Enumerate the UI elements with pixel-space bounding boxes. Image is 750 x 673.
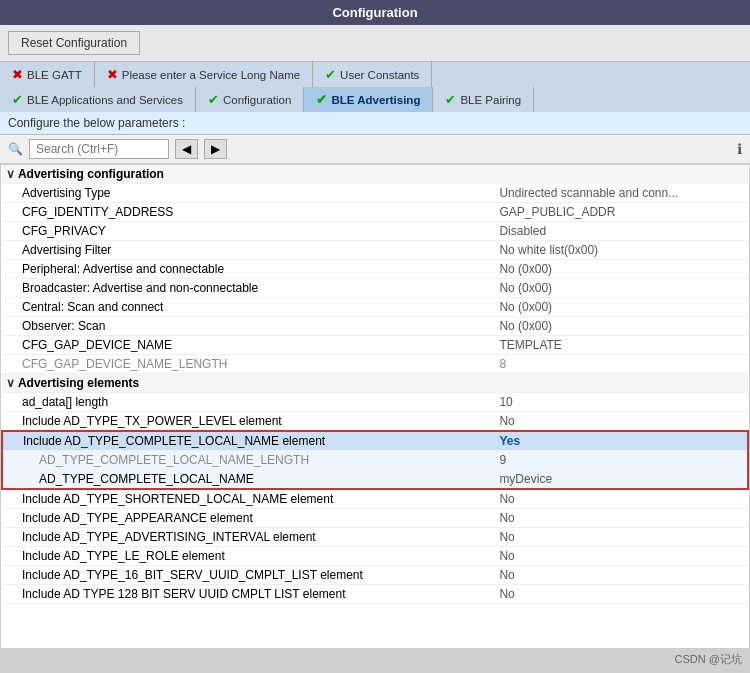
configure-label: Configure the below parameters :	[8, 116, 185, 130]
tab-ble-pairing[interactable]: ✔BLE Pairing	[433, 87, 534, 112]
param-value: No	[495, 412, 748, 432]
param-value: No (0x00)	[495, 260, 748, 279]
param-name: Advertising Filter	[2, 241, 495, 260]
param-name: Include AD_TYPE_16_BIT_SERV_UUID_CMPLT_L…	[2, 566, 495, 585]
table-row[interactable]: Include AD_TYPE_TX_POWER_LEVEL elementNo	[2, 412, 748, 432]
param-name: Advertising Type	[2, 184, 495, 203]
ble-apps-icon: ✔	[12, 92, 23, 107]
param-name: Include AD_TYPE_LE_ROLE element	[2, 547, 495, 566]
table-row[interactable]: Include AD_TYPE_16_BIT_SERV_UUID_CMPLT_L…	[2, 566, 748, 585]
param-value: myDevice	[495, 470, 748, 490]
title-bar: Configuration	[0, 0, 750, 25]
prev-button[interactable]: ◀	[175, 139, 198, 159]
ble-advertising-icon: ✔	[316, 92, 327, 107]
watermark-label: CSDN @记坑	[675, 653, 742, 665]
param-name: CFG_PRIVACY	[2, 222, 495, 241]
table-row[interactable]: AD_TYPE_COMPLETE_LOCAL_NAMEmyDevice	[2, 470, 748, 490]
param-value: TEMPLATE	[495, 336, 748, 355]
table-row[interactable]: Observer: ScanNo (0x00)	[2, 317, 748, 336]
table-row[interactable]: Central: Scan and connectNo (0x00)	[2, 298, 748, 317]
param-value: No	[495, 566, 748, 585]
toggle-icon: ∨	[6, 167, 18, 181]
param-value: No (0x00)	[495, 317, 748, 336]
reset-config-button[interactable]: Reset Configuration	[8, 31, 140, 55]
table-row[interactable]: Include AD_TYPE_ADVERTISING_INTERVAL ele…	[2, 528, 748, 547]
param-name: Include AD_TYPE_COMPLETE_LOCAL_NAME elem…	[2, 431, 495, 451]
service-name-label: Please enter a Service Long Name	[122, 69, 300, 81]
table-row[interactable]: Broadcaster: Advertise and non-connectab…	[2, 279, 748, 298]
table-row[interactable]: AD_TYPE_COMPLETE_LOCAL_NAME_LENGTH9	[2, 451, 748, 470]
param-value: No (0x00)	[495, 279, 748, 298]
next-button[interactable]: ▶	[204, 139, 227, 159]
tab-configuration[interactable]: ✔Configuration	[196, 87, 304, 112]
param-value: No	[495, 585, 748, 604]
tab-ble-gatt[interactable]: ✖BLE GATT	[0, 62, 95, 87]
param-name: Peripheral: Advertise and connectable	[2, 260, 495, 279]
watermark: CSDN @记坑	[675, 652, 742, 667]
ble-pairing-icon: ✔	[445, 92, 456, 107]
table-row[interactable]: CFG_PRIVACYDisabled	[2, 222, 748, 241]
param-value: GAP_PUBLIC_ADDR	[495, 203, 748, 222]
param-value: Disabled	[495, 222, 748, 241]
configuration-label: Configuration	[223, 94, 291, 106]
param-name: Central: Scan and connect	[2, 298, 495, 317]
table-row[interactable]: Include AD_TYPE_LE_ROLE elementNo	[2, 547, 748, 566]
tabs-row2: ✔BLE Applications and Services✔Configura…	[0, 87, 750, 112]
param-value: Yes	[495, 431, 748, 451]
toolbar: Reset Configuration	[0, 25, 750, 62]
param-name: AD_TYPE_COMPLETE_LOCAL_NAME_LENGTH	[2, 451, 495, 470]
param-name: Broadcaster: Advertise and non-connectab…	[2, 279, 495, 298]
service-name-icon: ✖	[107, 67, 118, 82]
param-value: Undirected scannable and conn...	[495, 184, 748, 203]
param-name: ad_data[] length	[2, 393, 495, 412]
table-row[interactable]: Include AD_TYPE_APPEARANCE elementNo	[2, 509, 748, 528]
param-name: Include AD_TYPE_SHORTENED_LOCAL_NAME ele…	[2, 489, 495, 509]
table-row[interactable]: CFG_GAP_DEVICE_NAMETEMPLATE	[2, 336, 748, 355]
configure-bar: Configure the below parameters :	[0, 112, 750, 135]
ble-advertising-label: BLE Advertising	[331, 94, 420, 106]
tab-service-name[interactable]: ✖Please enter a Service Long Name	[95, 62, 313, 87]
search-icon: 🔍	[8, 142, 23, 156]
content-area: ∨ Advertising configurationAdvertising T…	[0, 164, 750, 649]
table-row[interactable]: Advertising TypeUndirected scannable and…	[2, 184, 748, 203]
table-row[interactable]: Include AD_TYPE_COMPLETE_LOCAL_NAME elem…	[2, 431, 748, 451]
table-row[interactable]: CFG_IDENTITY_ADDRESSGAP_PUBLIC_ADDR	[2, 203, 748, 222]
user-constants-label: User Constants	[340, 69, 419, 81]
param-name: Include AD_TYPE_TX_POWER_LEVEL element	[2, 412, 495, 432]
param-name: CFG_GAP_DEVICE_NAME	[2, 336, 495, 355]
ble-gatt-icon: ✖	[12, 67, 23, 82]
section-advertising-elements[interactable]: ∨ Advertising elements	[2, 374, 748, 393]
table-row[interactable]: Include AD_TYPE_SHORTENED_LOCAL_NAME ele…	[2, 489, 748, 509]
tab-user-constants[interactable]: ✔User Constants	[313, 62, 432, 87]
tab-ble-apps[interactable]: ✔BLE Applications and Services	[0, 87, 196, 112]
table-row[interactable]: ad_data[] length10	[2, 393, 748, 412]
title-label: Configuration	[332, 5, 417, 20]
table-row[interactable]: CFG_GAP_DEVICE_NAME_LENGTH8	[2, 355, 748, 374]
param-name: Include AD TYPE 128 BIT SERV UUID CMPLT …	[2, 585, 495, 604]
param-value: No	[495, 528, 748, 547]
search-bar: 🔍 ◀ ▶ ℹ	[0, 135, 750, 164]
param-value: 9	[495, 451, 748, 470]
ble-pairing-label: BLE Pairing	[460, 94, 521, 106]
tab-ble-advertising[interactable]: ✔BLE Advertising	[304, 87, 433, 112]
tabs-row1: ✖BLE GATT✖Please enter a Service Long Na…	[0, 62, 750, 87]
param-name: Include AD_TYPE_ADVERTISING_INTERVAL ele…	[2, 528, 495, 547]
table-row[interactable]: Peripheral: Advertise and connectableNo …	[2, 260, 748, 279]
param-name: CFG_IDENTITY_ADDRESS	[2, 203, 495, 222]
table-row[interactable]: Advertising FilterNo white list(0x00)	[2, 241, 748, 260]
info-icon: ℹ	[737, 141, 742, 157]
param-value: 8	[495, 355, 748, 374]
param-value: No	[495, 509, 748, 528]
table-row[interactable]: Include AD TYPE 128 BIT SERV UUID CMPLT …	[2, 585, 748, 604]
toggle-icon: ∨	[6, 376, 18, 390]
ble-apps-label: BLE Applications and Services	[27, 94, 183, 106]
section-advertising-config[interactable]: ∨ Advertising configuration	[2, 165, 748, 184]
configuration-icon: ✔	[208, 92, 219, 107]
param-name: Include AD_TYPE_APPEARANCE element	[2, 509, 495, 528]
param-name: AD_TYPE_COMPLETE_LOCAL_NAME	[2, 470, 495, 490]
param-name: CFG_GAP_DEVICE_NAME_LENGTH	[2, 355, 495, 374]
user-constants-icon: ✔	[325, 67, 336, 82]
param-value: No (0x00)	[495, 298, 748, 317]
param-name: Observer: Scan	[2, 317, 495, 336]
search-input[interactable]	[29, 139, 169, 159]
